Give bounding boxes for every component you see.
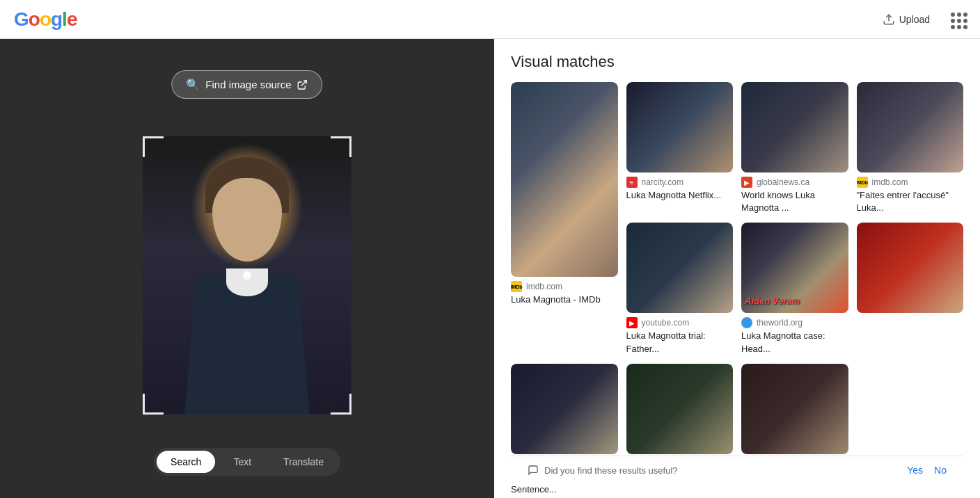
result-image-4 bbox=[857, 82, 964, 172]
feedback-bar: Did you find these results useful? Yes N… bbox=[511, 456, 963, 484]
apps-grid-icon[interactable] bbox=[949, 11, 966, 28]
bracket-bottom-left bbox=[143, 394, 164, 415]
bracket-top-right bbox=[331, 136, 351, 157]
result-image-3 bbox=[741, 82, 848, 172]
result-title-3: World knows Luka Magnotta ... bbox=[741, 189, 848, 214]
source-name-2: narcity.com bbox=[642, 177, 683, 187]
source-name-3: globalnews.ca bbox=[757, 177, 809, 187]
result-source-4: IMDb imdb.com bbox=[857, 177, 964, 188]
find-image-source-button[interactable]: 🔍 Find image source bbox=[171, 70, 322, 99]
result-card-1[interactable]: IMDb imdb.com Luka Magnotta - IMDb bbox=[511, 82, 618, 355]
subject-image-container bbox=[143, 136, 351, 415]
favicon-global: ▶ bbox=[741, 177, 752, 188]
face-element bbox=[212, 178, 282, 262]
result-image-8 bbox=[511, 364, 618, 454]
bracket-top-left bbox=[143, 136, 164, 157]
result-image-1 bbox=[511, 82, 618, 277]
source-name-5: youtube.com bbox=[642, 318, 690, 328]
upload-icon bbox=[883, 13, 895, 26]
center-focus-dot bbox=[243, 271, 251, 280]
lens-icon: 🔍 bbox=[186, 78, 200, 91]
left-panel: 🔍 Find image source Sear bbox=[0, 39, 494, 498]
result-image-9 bbox=[626, 364, 734, 454]
header-left: Google bbox=[14, 8, 77, 31]
result-card-6[interactable]: Aiden Veram 🌐 theworld.org Luka Magnotta… bbox=[741, 223, 848, 355]
result-image-5 bbox=[626, 223, 734, 313]
result-card-4[interactable]: IMDb imdb.com "Faites entrer l'accusé" L… bbox=[857, 82, 964, 214]
result-source-5: ▶ youtube.com bbox=[626, 317, 734, 328]
upload-button[interactable]: Upload bbox=[874, 8, 938, 31]
results-grid: IMDb imdb.com Luka Magnotta - IMDb ≡ nar… bbox=[511, 82, 963, 496]
main-content: 🔍 Find image source Sear bbox=[0, 39, 980, 498]
source-name-6: theworld.org bbox=[757, 318, 803, 328]
bracket-bottom-right bbox=[331, 394, 351, 415]
tab-translate[interactable]: Translate bbox=[269, 451, 338, 473]
favicon-narcity-1: ≡ bbox=[626, 177, 638, 188]
result-image-6: Aiden Veram bbox=[741, 223, 848, 313]
bottom-tabs: Search Text Translate bbox=[154, 448, 340, 476]
result-card-3[interactable]: ▶ globalnews.ca World knows Luka Magnott… bbox=[741, 82, 848, 214]
external-link-icon bbox=[297, 79, 308, 90]
result-source-1: IMDb imdb.com bbox=[511, 281, 618, 292]
visual-matches-title: Visual matches bbox=[511, 53, 963, 71]
svg-line-1 bbox=[301, 81, 306, 86]
tab-text[interactable]: Text bbox=[219, 451, 265, 473]
find-source-label: Find image source bbox=[205, 79, 291, 90]
upload-label: Upload bbox=[899, 14, 930, 25]
feedback-actions: Yes No bbox=[907, 465, 947, 476]
feedback-question: Did you find these results useful? bbox=[528, 465, 678, 476]
tab-search[interactable]: Search bbox=[157, 451, 215, 473]
result-image-2 bbox=[626, 82, 734, 172]
result-card-2[interactable]: ≡ narcity.com Luka Magnotta Netflix... bbox=[626, 82, 734, 214]
source-name-4: imdb.com bbox=[872, 177, 908, 187]
result-source-3: ▶ globalnews.ca bbox=[741, 177, 848, 188]
body-element bbox=[184, 275, 310, 415]
google-logo: Google bbox=[14, 8, 77, 31]
feedback-no-button[interactable]: No bbox=[934, 465, 947, 476]
result-title-2: Luka Magnotta Netflix... bbox=[626, 189, 734, 202]
feedback-text: Did you find these results useful? bbox=[544, 465, 678, 476]
right-panel: Visual matches IMDb imdb.com Luka Magnot… bbox=[494, 39, 980, 498]
result-image-10 bbox=[741, 364, 848, 454]
favicon-imdb-1: IMDb bbox=[511, 281, 522, 292]
result-card-5[interactable]: ▶ youtube.com Luka Magnotta trial: Fathe… bbox=[626, 223, 734, 355]
source-name-1: imdb.com bbox=[526, 282, 562, 291]
header-right: Upload bbox=[874, 8, 966, 31]
result-image-7 bbox=[857, 223, 964, 313]
result-title-4: "Faites entrer l'accusé" Luka... bbox=[857, 189, 964, 214]
header: Google Upload bbox=[0, 0, 980, 39]
result-title-1: Luka Magnotta - IMDb bbox=[511, 294, 618, 306]
result-source-2: ≡ narcity.com bbox=[626, 177, 734, 188]
favicon-imdb-2: IMDb bbox=[857, 177, 868, 188]
feedback-yes-button[interactable]: Yes bbox=[907, 465, 923, 476]
aiden-veram-overlay: Aiden Veram bbox=[745, 296, 800, 306]
result-card-7[interactable] bbox=[857, 223, 964, 355]
result-source-6: 🌐 theworld.org bbox=[741, 317, 848, 328]
result-title-6: Luka Magnotta case: Head... bbox=[741, 330, 848, 355]
favicon-youtube: ▶ bbox=[626, 317, 638, 328]
favicon-theworld: 🌐 bbox=[741, 317, 752, 328]
result-title-5: Luka Magnotta trial: Father... bbox=[626, 330, 734, 355]
feedback-icon bbox=[528, 465, 539, 476]
